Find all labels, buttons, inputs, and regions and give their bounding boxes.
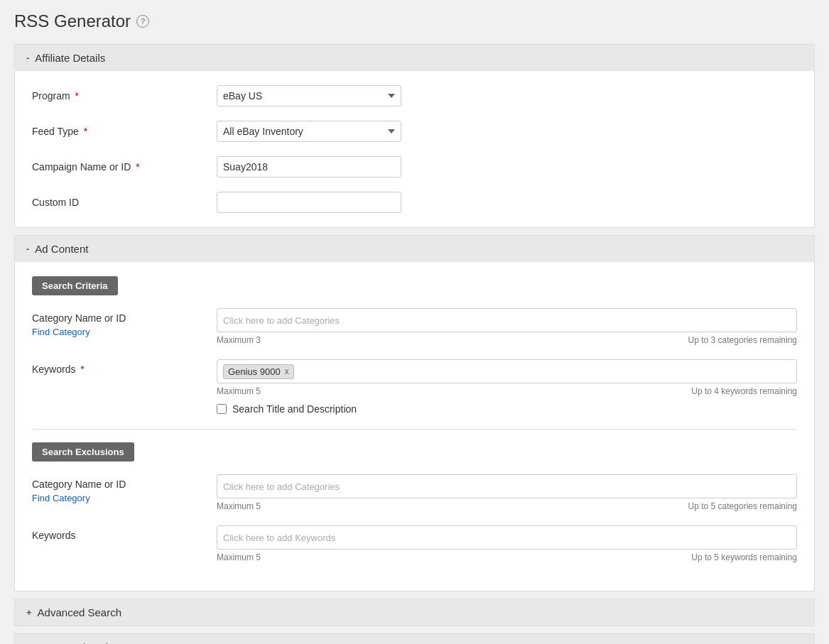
criteria-keywords-meta: Maximum 5 Up to 4 keywords remaining	[217, 386, 797, 396]
exclusions-divider	[32, 429, 797, 430]
criteria-category-label: Category Name or ID Find Category	[32, 308, 217, 337]
excl-category-control: Click here to add Categories Maximum 5 U…	[217, 474, 797, 511]
generated-label: Generated Code	[35, 641, 114, 644]
program-label: Program *	[32, 90, 217, 102]
criteria-category-row: Category Name or ID Find Category Click …	[32, 308, 797, 345]
excl-keywords-label: Keywords	[32, 525, 217, 541]
ad-content-section: - Ad Content Search Criteria Category Na…	[14, 235, 815, 591]
campaign-row: Campaign Name or ID *	[32, 156, 797, 178]
program-row: Program * eBay US eBay UK eBay DE eBay A…	[32, 85, 797, 107]
feed-type-select[interactable]: All eBay Inventory Search Results Custom…	[217, 121, 401, 142]
criteria-keywords-remaining: Up to 4 keywords remaining	[691, 386, 797, 396]
criteria-keywords-control: Genius 9000 x Maximum 5 Up to 4 keywords…	[217, 359, 797, 415]
affiliate-details-header[interactable]: - Affiliate Details	[15, 45, 814, 71]
advanced-label: Advanced Search	[38, 606, 121, 618]
criteria-keywords-label: Keywords *	[32, 359, 217, 375]
advanced-search-section: + Advanced Search	[14, 599, 815, 626]
generated-code-section: - Generated Code	[14, 633, 815, 644]
page-title: RSS Generator ?	[14, 11, 815, 31]
help-icon[interactable]: ?	[136, 15, 149, 28]
ad-content-header[interactable]: - Ad Content	[15, 236, 814, 262]
search-title-desc-checkbox[interactable]	[217, 404, 227, 414]
search-title-desc-row: Search Title and Description	[217, 403, 797, 415]
criteria-category-max: Maximum 3	[217, 335, 261, 345]
feed-type-control: All eBay Inventory Search Results Custom…	[217, 121, 401, 142]
keyword-tag-remove[interactable]: x	[285, 366, 289, 376]
excl-keywords-input[interactable]: Click here to add Keywords	[217, 525, 797, 550]
affiliate-details-label: Affiliate Details	[35, 52, 105, 64]
program-control: eBay US eBay UK eBay DE eBay AU	[217, 85, 401, 107]
search-title-desc-label[interactable]: Search Title and Description	[232, 403, 357, 415]
page-title-text: RSS Generator	[14, 11, 131, 31]
criteria-category-remaining: Up to 3 categories remaining	[688, 335, 797, 345]
program-required: *	[75, 90, 79, 102]
criteria-category-input[interactable]: Click here to add Categories	[217, 308, 797, 332]
excl-category-max: Maximum 5	[217, 501, 261, 511]
ad-content-toggle: -	[26, 244, 29, 254]
excl-keywords-control: Click here to add Keywords Maximum 5 Up …	[217, 525, 797, 562]
criteria-category-meta: Maximum 3 Up to 3 categories remaining	[217, 335, 797, 345]
custom-id-input[interactable]	[217, 192, 401, 213]
criteria-find-category-link[interactable]: Find Category	[32, 327, 217, 337]
search-criteria-button[interactable]: Search Criteria	[32, 276, 118, 295]
keywords-required: *	[80, 364, 84, 375]
campaign-required: *	[136, 161, 139, 173]
excl-find-category-link[interactable]: Find Category	[32, 493, 217, 503]
excl-keywords-placeholder: Click here to add Keywords	[223, 533, 335, 543]
program-select[interactable]: eBay US eBay UK eBay DE eBay AU	[217, 85, 401, 107]
ad-content-label: Ad Content	[35, 243, 88, 255]
excl-keywords-max: Maximum 5	[217, 552, 261, 562]
custom-id-control	[217, 192, 401, 213]
search-exclusions-button[interactable]: Search Exclusions	[32, 442, 134, 462]
advanced-toggle: +	[26, 607, 32, 618]
excl-keywords-row: Keywords Click here to add Keywords Maxi…	[32, 525, 797, 562]
excl-category-input[interactable]: Click here to add Categories	[217, 474, 797, 498]
advanced-search-header[interactable]: + Advanced Search	[15, 599, 814, 626]
generated-code-header[interactable]: - Generated Code	[15, 634, 814, 644]
excl-keywords-meta: Maximum 5 Up to 5 keywords remaining	[217, 552, 797, 562]
custom-id-label: Custom ID	[32, 197, 217, 208]
campaign-control	[217, 156, 401, 178]
excl-category-meta: Maximum 5 Up to 5 categories remaining	[217, 501, 797, 511]
affiliate-toggle: -	[26, 53, 29, 63]
excl-category-placeholder: Click here to add Categories	[223, 481, 340, 492]
custom-id-row: Custom ID	[32, 192, 797, 213]
criteria-category-control: Click here to add Categories Maximum 3 U…	[217, 308, 797, 345]
excl-keywords-remaining: Up to 5 keywords remaining	[691, 552, 797, 562]
criteria-keywords-max: Maximum 5	[217, 386, 261, 396]
excl-category-row: Category Name or ID Find Category Click …	[32, 474, 797, 511]
criteria-keywords-input[interactable]: Genius 9000 x	[217, 359, 797, 383]
ad-content-body: Search Criteria Category Name or ID Find…	[15, 262, 814, 591]
criteria-keywords-row: Keywords * Genius 9000 x Maximum 5 Up to…	[32, 359, 797, 415]
keyword-tag-genius9000: Genius 9000 x	[223, 364, 294, 379]
campaign-label: Campaign Name or ID *	[32, 161, 217, 173]
criteria-category-placeholder: Click here to add Categories	[223, 315, 340, 326]
campaign-input[interactable]	[217, 156, 401, 178]
feed-type-label: Feed Type *	[32, 126, 217, 137]
feed-type-row: Feed Type * All eBay Inventory Search Re…	[32, 121, 797, 142]
affiliate-details-body: Program * eBay US eBay UK eBay DE eBay A…	[15, 71, 814, 227]
feed-type-required: *	[84, 126, 87, 137]
excl-category-label: Category Name or ID Find Category	[32, 474, 217, 503]
affiliate-details-section: - Affiliate Details Program * eBay US eB…	[14, 44, 815, 228]
excl-category-remaining: Up to 5 categories remaining	[688, 501, 797, 511]
